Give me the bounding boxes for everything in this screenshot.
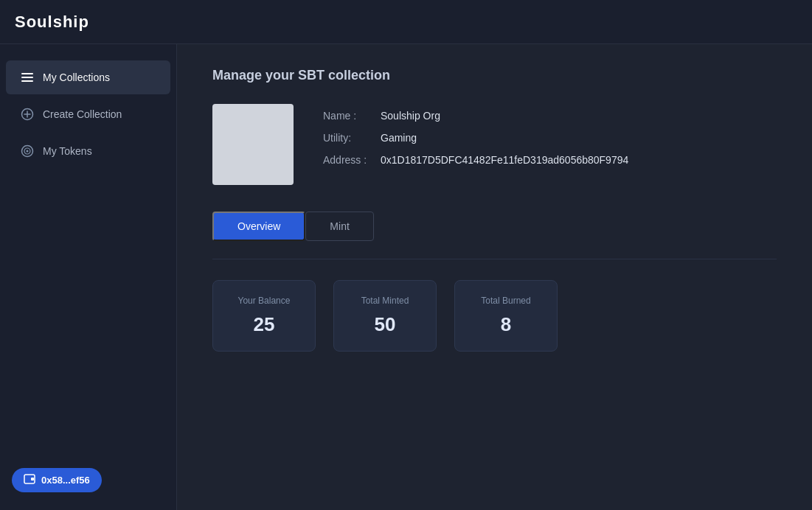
sidebar-item-label: My Collections <box>43 71 110 83</box>
burned-value: 8 <box>479 313 533 336</box>
name-label: Name : <box>323 110 375 122</box>
utility-value: Gaming <box>381 132 417 144</box>
circle-plus-icon <box>21 108 34 121</box>
sidebar: My Collections Create Collection My <box>0 44 177 510</box>
topbar: Soulship <box>0 0 812 44</box>
stats-row: Your Balance 25 Total Minted 50 Total Bu… <box>212 280 777 352</box>
stat-card-burned: Total Burned 8 <box>454 280 558 352</box>
stat-card-minted: Total Minted 50 <box>333 280 437 352</box>
address-label: Address : <box>323 154 375 166</box>
page-title: Manage your SBT collection <box>212 68 777 83</box>
stat-card-balance: Your Balance 25 <box>212 280 316 352</box>
logo: Soulship <box>15 13 89 32</box>
tab-mint[interactable]: Mint <box>305 212 373 241</box>
address-row: Address : 0x1D1817D5DFC41482Fe11feD319ad… <box>323 154 628 166</box>
layout: My Collections Create Collection My <box>0 44 812 510</box>
collection-image <box>212 104 294 185</box>
svg-point-8 <box>27 150 29 153</box>
utility-label: Utility: <box>323 132 375 144</box>
wallet-badge[interactable]: 0x58...ef56 <box>12 468 102 492</box>
main-content: Manage your SBT collection Name : Soulsh… <box>177 44 812 510</box>
collection-card: Name : Soulship Org Utility: Gaming Addr… <box>212 104 777 185</box>
sidebar-item-label: My Tokens <box>43 145 92 157</box>
sidebar-item-label: Create Collection <box>43 108 122 120</box>
name-value: Soulship Org <box>381 110 440 122</box>
sidebar-item-my-tokens[interactable]: My Tokens <box>6 134 170 168</box>
balance-value: 25 <box>237 313 291 336</box>
wallet-icon <box>24 474 35 486</box>
svg-rect-2 <box>21 80 33 82</box>
wallet-label: 0x58...ef56 <box>41 475 90 486</box>
collection-details: Name : Soulship Org Utility: Gaming Addr… <box>323 104 628 166</box>
sidebar-item-create-collection[interactable]: Create Collection <box>6 97 170 131</box>
burned-label: Total Burned <box>479 296 533 306</box>
svg-rect-1 <box>21 77 33 78</box>
svg-rect-0 <box>21 73 33 74</box>
sidebar-item-my-collections[interactable]: My Collections <box>6 60 170 94</box>
minted-label: Total Minted <box>358 296 412 306</box>
tab-overview[interactable]: Overview <box>212 212 305 241</box>
minted-value: 50 <box>358 313 412 336</box>
svg-rect-10 <box>31 478 34 481</box>
name-row: Name : Soulship Org <box>323 110 628 122</box>
tab-divider <box>212 259 777 259</box>
address-value: 0x1D1817D5DFC41482Fe11feD319ad6056b80F97… <box>381 154 628 166</box>
balance-label: Your Balance <box>237 296 291 306</box>
tabs: Overview Mint <box>212 212 777 241</box>
utility-row: Utility: Gaming <box>323 132 628 144</box>
token-icon <box>21 144 34 158</box>
list-icon <box>21 71 34 84</box>
